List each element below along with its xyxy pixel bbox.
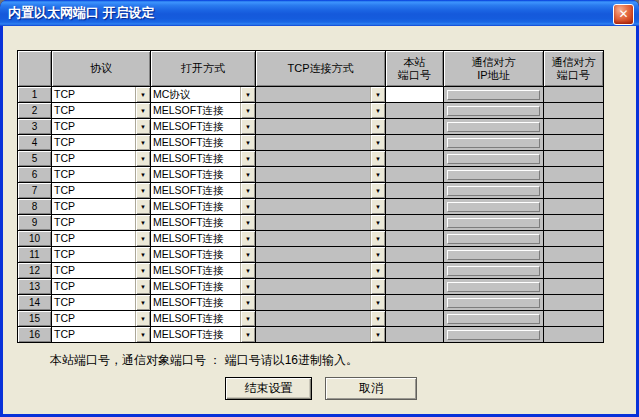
- dropdown-arrow-icon[interactable]: ▼: [135, 311, 150, 326]
- row-number[interactable]: 5: [18, 151, 52, 167]
- dropdown-arrow-icon[interactable]: ▼: [240, 199, 255, 214]
- protocol-dropdown[interactable]: TCP▼: [52, 119, 150, 134]
- row-number[interactable]: 3: [18, 119, 52, 135]
- open-method-dropdown[interactable]: MELSOFT连接▼: [151, 279, 255, 294]
- cancel-button[interactable]: 取消: [325, 377, 417, 400]
- dropdown-arrow-icon[interactable]: ▼: [240, 311, 255, 326]
- row-number[interactable]: 7: [18, 183, 52, 199]
- protocol-dropdown[interactable]: TCP▼: [52, 279, 150, 294]
- row-number[interactable]: 10: [18, 231, 52, 247]
- row-number[interactable]: 2: [18, 103, 52, 119]
- open-method-dropdown[interactable]: MELSOFT连接▼: [151, 247, 255, 262]
- open-method-dropdown[interactable]: MELSOFT连接▼: [151, 327, 255, 342]
- table-row: 12TCP▼MELSOFT连接▼▼: [18, 263, 604, 279]
- dropdown-arrow-icon[interactable]: ▼: [240, 87, 255, 102]
- protocol-dropdown[interactable]: TCP▼: [52, 199, 150, 214]
- protocol-dropdown[interactable]: TCP▼: [52, 103, 150, 118]
- open-method-dropdown[interactable]: MELSOFT连接▼: [151, 135, 255, 150]
- open-method-dropdown[interactable]: MELSOFT连接▼: [151, 295, 255, 310]
- table-row: 9TCP▼MELSOFT连接▼▼: [18, 215, 604, 231]
- protocol-dropdown[interactable]: TCP▼: [52, 247, 150, 262]
- dropdown-arrow-icon[interactable]: ▼: [135, 327, 150, 342]
- row-number[interactable]: 15: [18, 311, 52, 327]
- dropdown-arrow-icon[interactable]: ▼: [135, 119, 150, 134]
- row-number[interactable]: 9: [18, 215, 52, 231]
- protocol-dropdown[interactable]: TCP▼: [52, 327, 150, 342]
- protocol-dropdown[interactable]: TCP▼: [52, 215, 150, 230]
- dropdown-arrow-icon[interactable]: ▼: [240, 151, 255, 166]
- row-number[interactable]: 12: [18, 263, 52, 279]
- open-method-dropdown[interactable]: MELSOFT连接▼: [151, 311, 255, 326]
- open-method-dropdown[interactable]: MELSOFT连接▼: [151, 263, 255, 278]
- dropdown-arrow-icon[interactable]: ▼: [135, 247, 150, 262]
- open-method-dropdown[interactable]: MELSOFT连接▼: [151, 103, 255, 118]
- open-method-dropdown[interactable]: MELSOFT连接▼: [151, 167, 255, 182]
- row-number[interactable]: 14: [18, 295, 52, 311]
- protocol-dropdown[interactable]: TCP▼: [52, 231, 150, 246]
- protocol-cell: TCP▼: [52, 247, 151, 263]
- protocol-dropdown[interactable]: TCP▼: [52, 263, 150, 278]
- row-number[interactable]: 13: [18, 279, 52, 295]
- finish-settings-button[interactable]: 结束设置: [225, 377, 312, 400]
- dropdown-arrow-icon: ▼: [370, 247, 385, 262]
- dropdown-arrow-icon[interactable]: ▼: [135, 183, 150, 198]
- partner-port-cell: [544, 135, 604, 151]
- dropdown-arrow-icon[interactable]: ▼: [240, 167, 255, 182]
- dropdown-arrow-icon[interactable]: ▼: [240, 295, 255, 310]
- dropdown-arrow-icon[interactable]: ▼: [240, 183, 255, 198]
- dropdown-arrow-icon[interactable]: ▼: [135, 279, 150, 294]
- partner-ip-cell: [444, 151, 544, 167]
- close-button[interactable]: ✕: [613, 4, 634, 25]
- open-method-value: MELSOFT连接: [151, 231, 240, 246]
- row-number[interactable]: 8: [18, 199, 52, 215]
- dropdown-arrow-icon[interactable]: ▼: [135, 199, 150, 214]
- open-method-dropdown[interactable]: MELSOFT连接▼: [151, 215, 255, 230]
- dropdown-arrow-icon[interactable]: ▼: [240, 215, 255, 230]
- dropdown-arrow-icon[interactable]: ▼: [135, 167, 150, 182]
- tcp-connection-cell: ▼: [256, 151, 386, 167]
- column-header-tcp-connection: TCP连接方式: [256, 51, 386, 87]
- protocol-dropdown[interactable]: TCP▼: [52, 183, 150, 198]
- local-port-cell: [386, 247, 444, 263]
- row-number[interactable]: 1: [18, 87, 52, 103]
- partner-ip-cell: [444, 167, 544, 183]
- dropdown-arrow-icon[interactable]: ▼: [240, 263, 255, 278]
- dropdown-arrow-icon[interactable]: ▼: [240, 327, 255, 342]
- open-method-dropdown[interactable]: MC协议▼: [151, 87, 255, 102]
- open-method-dropdown[interactable]: MELSOFT连接▼: [151, 183, 255, 198]
- tcp-connection-dropdown-disabled: ▼: [256, 295, 385, 310]
- protocol-dropdown[interactable]: TCP▼: [52, 311, 150, 326]
- dropdown-arrow-icon[interactable]: ▼: [135, 87, 150, 102]
- open-method-dropdown[interactable]: MELSOFT连接▼: [151, 151, 255, 166]
- dropdown-arrow-icon[interactable]: ▼: [240, 135, 255, 150]
- dropdown-arrow-icon[interactable]: ▼: [135, 103, 150, 118]
- protocol-dropdown[interactable]: TCP▼: [52, 167, 150, 182]
- dropdown-arrow-icon[interactable]: ▼: [135, 215, 150, 230]
- open-method-dropdown[interactable]: MELSOFT连接▼: [151, 231, 255, 246]
- protocol-dropdown[interactable]: TCP▼: [52, 87, 150, 102]
- row-number[interactable]: 4: [18, 135, 52, 151]
- protocol-dropdown[interactable]: TCP▼: [52, 135, 150, 150]
- tcp-connection-dropdown-disabled: ▼: [256, 167, 385, 182]
- dropdown-arrow-icon[interactable]: ▼: [135, 151, 150, 166]
- open-method-dropdown[interactable]: MELSOFT连接▼: [151, 199, 255, 214]
- row-number[interactable]: 6: [18, 167, 52, 183]
- protocol-dropdown[interactable]: TCP▼: [52, 151, 150, 166]
- dropdown-arrow-icon[interactable]: ▼: [240, 103, 255, 118]
- dropdown-arrow-icon[interactable]: ▼: [240, 231, 255, 246]
- local-port-cell[interactable]: [386, 87, 444, 103]
- dropdown-arrow-icon[interactable]: ▼: [135, 135, 150, 150]
- column-header-open-method: 打开方式: [151, 51, 256, 87]
- window-title: 内置以太网端口 开启设定: [8, 0, 155, 26]
- dropdown-arrow-icon[interactable]: ▼: [135, 231, 150, 246]
- table-row: 11TCP▼MELSOFT连接▼▼: [18, 247, 604, 263]
- dropdown-arrow-icon[interactable]: ▼: [135, 295, 150, 310]
- open-method-dropdown[interactable]: MELSOFT连接▼: [151, 119, 255, 134]
- protocol-dropdown[interactable]: TCP▼: [52, 295, 150, 310]
- dropdown-arrow-icon[interactable]: ▼: [135, 263, 150, 278]
- dropdown-arrow-icon[interactable]: ▼: [240, 247, 255, 262]
- row-number[interactable]: 11: [18, 247, 52, 263]
- dropdown-arrow-icon[interactable]: ▼: [240, 119, 255, 134]
- dropdown-arrow-icon[interactable]: ▼: [240, 279, 255, 294]
- row-number[interactable]: 16: [18, 327, 52, 343]
